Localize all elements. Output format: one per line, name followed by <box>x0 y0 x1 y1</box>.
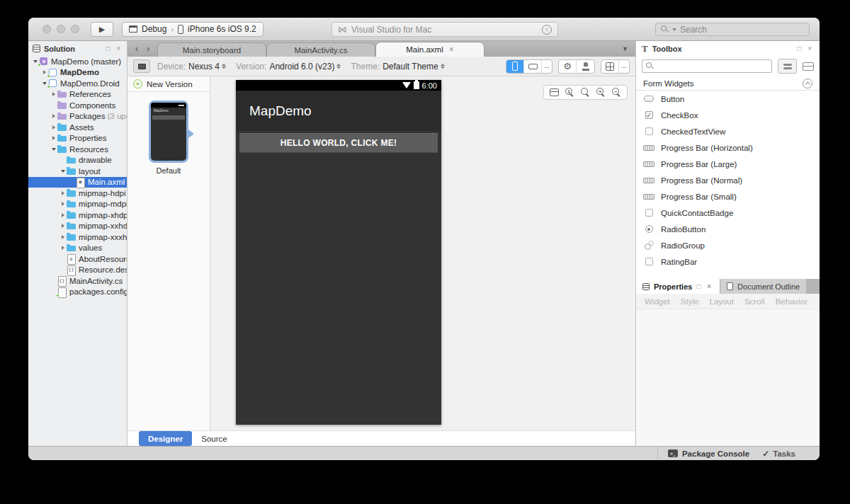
expander-icon[interactable] <box>59 235 67 239</box>
nav-back-icon[interactable]: ‹ <box>135 44 138 54</box>
bottom-tab-source[interactable]: Source <box>192 431 236 446</box>
new-version-button[interactable]: + New Version <box>128 76 210 92</box>
tree-item-properties[interactable]: Properties <box>28 133 127 144</box>
device-select[interactable]: Nexus 4 <box>188 62 226 71</box>
tab-main-axml[interactable]: Main.axml× <box>375 42 484 57</box>
bottom-tab-designer[interactable]: Designer <box>139 431 192 446</box>
tree-item-mipmap-xxxhdpi[interactable]: mipmap-xxxhdpi <box>28 231 127 243</box>
orientation-more[interactable]: – <box>542 60 552 73</box>
portrait-toggle[interactable] <box>506 60 524 73</box>
properties-subtab-layout[interactable]: Layout <box>709 297 734 306</box>
tab-main-storyboard[interactable]: Main.storyboard <box>157 42 266 57</box>
version-select[interactable]: Android 6.0 (v23) <box>269 62 341 71</box>
tree-item-packages[interactable]: Packages(3 updates) <box>28 111 127 122</box>
toolbox-item-checkedtextview[interactable]: CheckedTextView <box>636 123 820 139</box>
tree-item-resource-designer-cs[interactable]: {}Resource.designer.cs <box>28 265 127 276</box>
tree-item-references[interactable]: References <box>28 89 127 101</box>
expander-icon[interactable] <box>50 92 57 96</box>
properties-subtab-widget[interactable]: Widget <box>645 297 670 306</box>
expander-icon[interactable] <box>59 213 67 217</box>
toolbox-item-radiobutton[interactable]: RadioButton <box>636 221 820 237</box>
tab-mainactivity-cs[interactable]: MainActivity.cs <box>266 42 375 57</box>
device-frame-button[interactable] <box>133 59 150 73</box>
toolbox-item-progress-bar-large[interactable]: Progress Bar (Large) <box>636 156 820 172</box>
tree-item-mapdemo-droid[interactable]: MapDemo.Droid <box>28 78 127 89</box>
tree-item-components[interactable]: Components <box>28 100 127 111</box>
compact-view-icon[interactable] <box>803 62 814 71</box>
list-view-button[interactable] <box>778 59 797 74</box>
collapse-section-icon[interactable] <box>803 79 812 88</box>
theme-select[interactable]: Default Theme <box>382 62 445 71</box>
nav-forward-icon[interactable]: › <box>147 44 149 54</box>
zoom-fit-icon[interactable] <box>581 88 590 97</box>
expander-icon[interactable] <box>59 202 67 206</box>
fit-window-icon[interactable] <box>550 88 559 96</box>
expander-icon[interactable] <box>50 148 57 151</box>
designer-settings-button[interactable]: ⚙ <box>559 60 577 73</box>
toolbox-item-checkbox[interactable]: ✓CheckBox <box>636 107 820 123</box>
tab-properties[interactable]: Properties □ × <box>636 279 720 294</box>
tree-item-mipmap-xhdpi[interactable]: mipmap-xhdpi <box>28 210 127 221</box>
toolbox-item-progress-bar-normal[interactable]: Progress Bar (Normal) <box>636 172 820 188</box>
pad-dock-close-icons[interactable]: □ × <box>696 282 713 290</box>
pad-dock-close-icons[interactable]: □ × <box>797 45 814 52</box>
run-button[interactable]: ▶ <box>91 22 113 37</box>
landscape-toggle[interactable] <box>524 60 542 73</box>
tree-item-mipmap-mdpi[interactable]: mipmap-mdpi <box>28 199 127 210</box>
toolbox-search-input[interactable] <box>657 62 768 71</box>
tree-item-drawable[interactable]: drawable <box>28 155 127 166</box>
close-tab-icon[interactable]: × <box>449 45 454 55</box>
toolbox-item-button[interactable]: Button <box>636 91 820 107</box>
grid-more[interactable]: – <box>619 60 629 73</box>
tree-item-aboutresources-txt[interactable]: ≡AboutResources.txt <box>28 253 127 265</box>
expander-icon[interactable] <box>50 125 57 130</box>
minimize-window-icon[interactable] <box>57 25 65 33</box>
tab-nav-arrows[interactable]: ‹ › <box>128 41 157 57</box>
hello-world-button[interactable]: HELLO WORLD, CLICK ME! <box>239 133 438 153</box>
tree-item-mapdemo-master[interactable]: MapDemo (master) <box>28 56 127 67</box>
form-widgets-section-header[interactable]: Form Widgets <box>636 76 820 91</box>
toolbox-item-ratingbar[interactable]: RatingBar <box>636 253 820 270</box>
zoom-original-icon[interactable]: 1 <box>565 88 574 97</box>
tree-item-mainactivity-cs[interactable]: {}MainActivity.cs <box>28 275 127 287</box>
expander-icon[interactable] <box>59 191 67 195</box>
grid-toggle-button[interactable] <box>601 60 619 73</box>
toolbox-item-quickcontactbadge[interactable]: QuickContactBadge <box>636 205 820 221</box>
tree-item-mapdemo[interactable]: MapDemo <box>28 67 127 79</box>
tree-item-packages-config[interactable]: ◦packages.config <box>28 287 127 298</box>
expander-icon[interactable] <box>40 82 48 85</box>
theme-tool-button[interactable] <box>577 60 594 73</box>
zoom-out-icon[interactable]: − <box>612 88 621 97</box>
expander-icon[interactable] <box>50 114 57 118</box>
close-window-icon[interactable] <box>42 25 51 33</box>
tree-item-mipmap-hdpi[interactable]: mipmap-hdpi <box>28 188 127 199</box>
android-device-preview[interactable]: 6:00 MapDemo HELLO WORLD, CLICK ME! <box>236 80 441 425</box>
tab-document-outline[interactable]: Document Outline <box>720 279 806 294</box>
pad-dock-close-icons[interactable]: □ × <box>106 45 123 52</box>
expander-icon[interactable] <box>59 246 67 250</box>
expander-icon[interactable] <box>50 136 57 140</box>
updates-icon[interactable]: ↑ <box>542 25 552 35</box>
tree-item-assets[interactable]: Assets <box>28 122 127 133</box>
properties-subtab-behavior[interactable]: Behavior <box>776 297 808 306</box>
zoom-in-icon[interactable]: + <box>596 88 606 97</box>
tab-list-chevron-icon[interactable]: ▼ <box>622 45 628 52</box>
tree-item-main-axml[interactable]: ▣Main.axml <box>28 177 127 188</box>
tree-item-resources[interactable]: Resources <box>28 144 127 155</box>
tasks-button[interactable]: ✓ Tasks <box>762 449 810 459</box>
toolbox-item-progress-bar-horizontal[interactable]: Progress Bar (Horizontal) <box>636 139 820 156</box>
run-configuration-selector[interactable]: Debug › iPhone 6s iOS 9.2 <box>122 22 264 37</box>
toolbox-item-radiogroup[interactable]: RadioGroup <box>636 237 820 253</box>
tree-item-mipmap-xxhdpi[interactable]: mipmap-xxhdpi <box>28 221 127 232</box>
layout-variant-thumbnail[interactable]: MapDemo <box>149 101 188 163</box>
tree-item-layout[interactable]: layout <box>28 166 127 177</box>
zoom-window-icon[interactable] <box>71 25 79 33</box>
package-console-button[interactable]: >_ Package Console ✓ Tasks <box>657 447 820 460</box>
expander-icon[interactable] <box>59 224 67 228</box>
toolbox-item-progress-bar-small[interactable]: Progress Bar (Small) <box>636 188 820 205</box>
global-search-input[interactable]: Search <box>655 23 810 36</box>
tree-item-values[interactable]: values <box>28 243 127 254</box>
properties-subtab-scroll[interactable]: Scroll <box>744 297 765 306</box>
expander-icon[interactable] <box>59 170 67 173</box>
toolbox-search-field[interactable] <box>642 59 772 73</box>
